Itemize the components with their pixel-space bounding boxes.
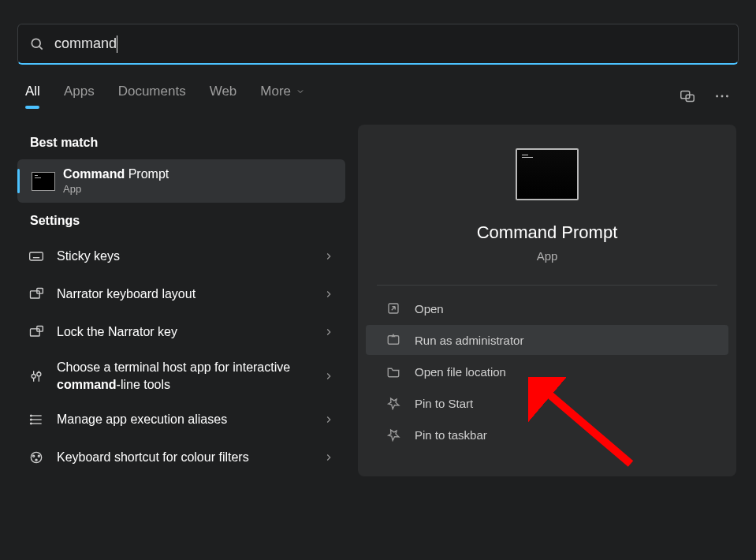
details-pane: Command Prompt App OpenRun as administra… [358, 125, 736, 476]
action-pin-to-start[interactable]: Pin to Start [366, 388, 728, 418]
aliases-icon [28, 412, 46, 427]
settings-item[interactable]: Sticky keys [17, 237, 345, 275]
chevron-down-icon [296, 87, 305, 96]
divider [377, 285, 717, 286]
narrator-lock-icon [28, 324, 46, 340]
svg-point-5 [721, 95, 724, 98]
svg-point-4 [716, 95, 718, 98]
more-icon[interactable] [713, 88, 731, 105]
action-label: Pin to taskbar [415, 428, 487, 442]
action-label: Open file location [415, 365, 506, 379]
settings-item-label: Keyboard shortcut for colour filters [57, 449, 312, 466]
command-prompt-large-icon [516, 148, 579, 200]
best-match-subtitle: App [63, 183, 169, 195]
settings-item-label: Choose a terminal host app for interacti… [57, 359, 312, 393]
keyboard-icon [28, 248, 46, 264]
action-run-as-administrator[interactable]: Run as administrator [366, 325, 728, 355]
details-title: Command Prompt [477, 222, 618, 243]
chevron-right-icon [323, 289, 334, 300]
svg-point-26 [33, 455, 35, 457]
action-open[interactable]: Open [366, 293, 728, 323]
keyboard-shortcut-icon [28, 450, 46, 465]
details-subtitle: App [537, 249, 558, 263]
chevron-right-icon [323, 414, 334, 425]
best-match-title-rest: Prompt [125, 167, 169, 181]
admin-icon [386, 333, 400, 347]
settings-item-label: Narrator keyboard layout [57, 286, 312, 303]
settings-item[interactable]: Choose a terminal host app for interacti… [17, 351, 345, 401]
settings-item[interactable]: Keyboard shortcut for colour filters [17, 439, 345, 476]
tab-more[interactable]: More [260, 84, 305, 109]
best-match-title: Command Prompt [63, 167, 169, 181]
settings-item-label: Lock the Narrator key [57, 323, 312, 341]
svg-point-27 [38, 455, 39, 457]
svg-rect-30 [388, 336, 399, 345]
tab-documents[interactable]: Documents [118, 84, 186, 109]
settings-item-label: Sticky keys [57, 248, 312, 265]
tab-web[interactable]: Web [210, 84, 237, 109]
chevron-right-icon [323, 251, 334, 262]
action-label: Run as administrator [415, 334, 523, 347]
narrator-icon [28, 286, 46, 302]
terminal-choose-icon [28, 368, 46, 384]
text-caret [117, 35, 117, 53]
settings-item[interactable]: Manage app execution aliases [17, 401, 345, 439]
svg-point-0 [32, 39, 40, 47]
tab-all[interactable]: All [25, 84, 40, 109]
pin-start-icon [386, 396, 400, 410]
svg-point-28 [35, 459, 37, 461]
svg-point-17 [32, 374, 35, 378]
best-match-heading: Best match [17, 125, 345, 159]
search-icon [29, 36, 45, 52]
best-match-title-bold: Command [63, 167, 125, 181]
chat-icon[interactable] [679, 88, 696, 105]
settings-heading: Settings [17, 203, 345, 237]
action-label: Open [415, 302, 444, 315]
svg-rect-7 [30, 252, 43, 260]
pin-taskbar-icon [386, 427, 400, 442]
open-icon [386, 301, 400, 315]
folder-icon [386, 364, 400, 379]
settings-item[interactable]: Narrator keyboard layout [17, 275, 345, 313]
settings-item-label: Manage app execution aliases [57, 411, 312, 428]
command-prompt-icon [32, 172, 55, 191]
filter-tabs: AllAppsDocumentsWebMore [25, 84, 305, 109]
svg-rect-13 [31, 291, 40, 298]
chevron-right-icon [323, 452, 334, 463]
search-box[interactable]: command [17, 24, 739, 65]
svg-point-6 [726, 95, 728, 98]
chevron-right-icon [323, 327, 334, 338]
chevron-right-icon [323, 371, 334, 382]
search-input-value: command [54, 35, 117, 52]
settings-item[interactable]: Lock the Narrator key [17, 313, 345, 351]
action-pin-to-taskbar[interactable]: Pin to taskbar [366, 420, 728, 450]
svg-line-1 [39, 46, 43, 49]
action-open-file-location[interactable]: Open file location [366, 357, 728, 386]
action-label: Pin to Start [415, 397, 473, 410]
svg-rect-15 [31, 329, 40, 336]
best-match-result[interactable]: Command Prompt App [17, 159, 345, 203]
tab-apps[interactable]: Apps [64, 84, 95, 109]
